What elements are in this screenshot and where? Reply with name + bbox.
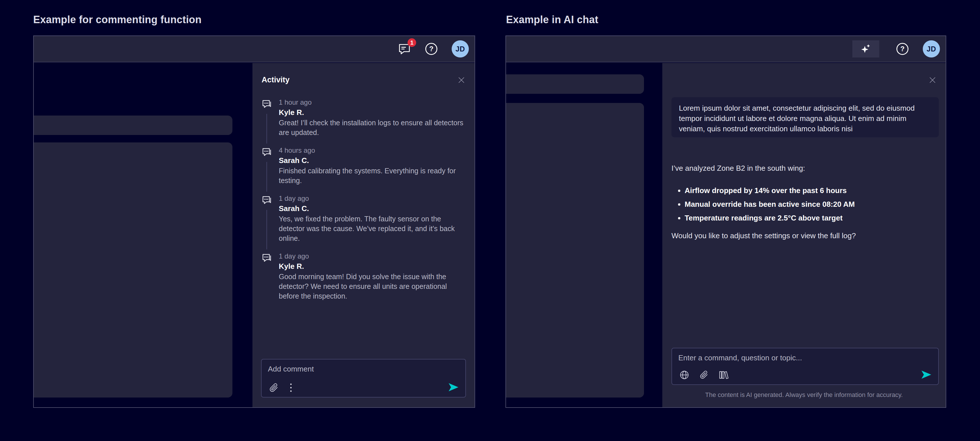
books-icon xyxy=(718,370,729,381)
paperclip-icon xyxy=(699,370,709,380)
comment-timestamp: 1 day ago xyxy=(279,194,467,203)
send-comment-button[interactable] xyxy=(447,381,460,393)
chat-composer-tools xyxy=(679,370,729,381)
comment-timestamp: 1 day ago xyxy=(279,252,467,261)
activity-title: Activity xyxy=(262,76,290,84)
comment-item: 1 day ago Sarah C. Yes, we fixed the pro… xyxy=(261,194,467,243)
help-button[interactable]: ? xyxy=(425,43,438,55)
activity-close-button[interactable] xyxy=(456,75,467,86)
comment-composer[interactable]: Add comment xyxy=(261,359,466,398)
activity-comment-icon xyxy=(261,98,272,110)
comment-item: 1 hour ago Kyle R. Great! I’ll check the… xyxy=(261,98,467,137)
attach-button[interactable] xyxy=(269,383,279,393)
header-controls-right: ? JD xyxy=(852,40,946,57)
comment-badge: 1 xyxy=(407,38,416,47)
send-icon xyxy=(920,368,932,381)
ai-response-bullet: Airflow dropped by 14% over the past 6 h… xyxy=(685,184,939,197)
kebab-icon xyxy=(290,384,292,385)
kebab-icon-dot2 xyxy=(290,390,292,392)
stage: Example for commenting function 1 ? JD xyxy=(0,0,980,441)
comments-list: 1 hour ago Kyle R. Great! I’ll check the… xyxy=(261,98,467,309)
app-header-right: ? JD xyxy=(506,36,946,62)
comment-author: Sarah C. xyxy=(279,155,467,165)
content-placeholder-bar xyxy=(34,116,232,135)
comment-author: Kyle R. xyxy=(279,108,467,117)
comment-input[interactable]: Add comment xyxy=(268,365,314,373)
content-placeholder-block xyxy=(34,143,232,398)
ai-chat-example-title: Example in AI chat xyxy=(506,14,598,26)
user-avatar-right[interactable]: JD xyxy=(923,40,940,57)
ai-assistant-button[interactable] xyxy=(852,40,879,57)
ai-response-bullet: Manual override has been active since 08… xyxy=(685,197,939,211)
chat-composer[interactable]: Enter a command, question or topic... xyxy=(671,348,939,385)
sparkle-icon xyxy=(860,43,872,55)
ai-response-bullets: Airflow dropped by 14% over the past 6 h… xyxy=(671,184,939,225)
activity-comment-icon xyxy=(261,195,272,206)
comment-text: Good morning team! Did you solve the iss… xyxy=(279,272,467,301)
activity-comment-icon xyxy=(261,252,272,264)
composer-tools xyxy=(269,382,293,393)
ai-disclaimer: The content is AI generated. Always veri… xyxy=(662,391,946,399)
comment-text: Yes, we fixed the problem. The faulty se… xyxy=(279,214,467,243)
comment-author: Sarah C. xyxy=(279,204,467,213)
content-placeholder-bar-right xyxy=(506,75,644,94)
activity-panel: Activity xyxy=(253,63,474,407)
globe-icon xyxy=(679,370,690,381)
ai-chat-example-panel: ? JD Lorem ipsum dolor sit amet, consect… xyxy=(506,35,946,408)
activity-comment-icon xyxy=(261,146,272,158)
help-button-right[interactable]: ? xyxy=(896,43,908,55)
content-placeholder-block-right xyxy=(506,103,644,398)
comment-item: 1 day ago Kyle R. Good morning team! Did… xyxy=(261,252,467,301)
close-icon xyxy=(457,76,466,84)
web-search-button[interactable] xyxy=(679,370,690,381)
ai-response: I’ve analyzed Zone B2 in the south wing:… xyxy=(671,163,939,241)
more-options-button[interactable] xyxy=(289,382,293,393)
ai-response-question: Would you like to adjust the settings or… xyxy=(671,230,939,241)
knowledge-library-button[interactable] xyxy=(718,370,729,381)
commenting-example-title: Example for commenting function xyxy=(33,14,202,26)
chat-input[interactable]: Enter a command, question or topic... xyxy=(678,354,802,362)
header-controls-left: 1 ? JD xyxy=(398,40,474,57)
user-message-bubble: Lorem ipsum dolor sit amet, consectetur … xyxy=(671,97,939,137)
comment-text: Great! I’ll check the installation logs … xyxy=(279,118,467,137)
app-header-left: 1 ? JD xyxy=(34,36,474,62)
ai-response-bullet: Temperature readings are 2.5°C above tar… xyxy=(685,211,939,225)
chat-close-button[interactable] xyxy=(927,75,938,86)
comment-timestamp: 1 hour ago xyxy=(279,98,467,107)
comment-timestamp: 4 hours ago xyxy=(279,146,467,155)
close-icon xyxy=(928,76,937,84)
ai-chat-panel: Lorem ipsum dolor sit amet, consectetur … xyxy=(662,63,946,407)
ai-response-intro: I’ve analyzed Zone B2 in the south wing: xyxy=(671,163,939,173)
paperclip-icon xyxy=(269,383,279,393)
send-icon xyxy=(447,381,460,393)
panel-body-left: Activity xyxy=(34,63,474,407)
comments-button[interactable]: 1 xyxy=(398,42,411,56)
help-icon: ? xyxy=(425,43,438,55)
help-icon: ? xyxy=(896,43,908,55)
comment-text: Finished calibrating the systems. Everyt… xyxy=(279,166,467,185)
panel-body-right: Lorem ipsum dolor sit amet, consectetur … xyxy=(506,63,946,407)
kebab-icon-dot xyxy=(290,387,292,389)
commenting-example-panel: 1 ? JD Activity xyxy=(33,35,475,408)
comment-item: 4 hours ago Sarah C. Finished calibratin… xyxy=(261,146,467,185)
user-avatar[interactable]: JD xyxy=(452,40,469,57)
attach-button-chat[interactable] xyxy=(699,370,709,380)
send-message-button[interactable] xyxy=(920,368,932,381)
comment-author: Kyle R. xyxy=(279,262,467,271)
